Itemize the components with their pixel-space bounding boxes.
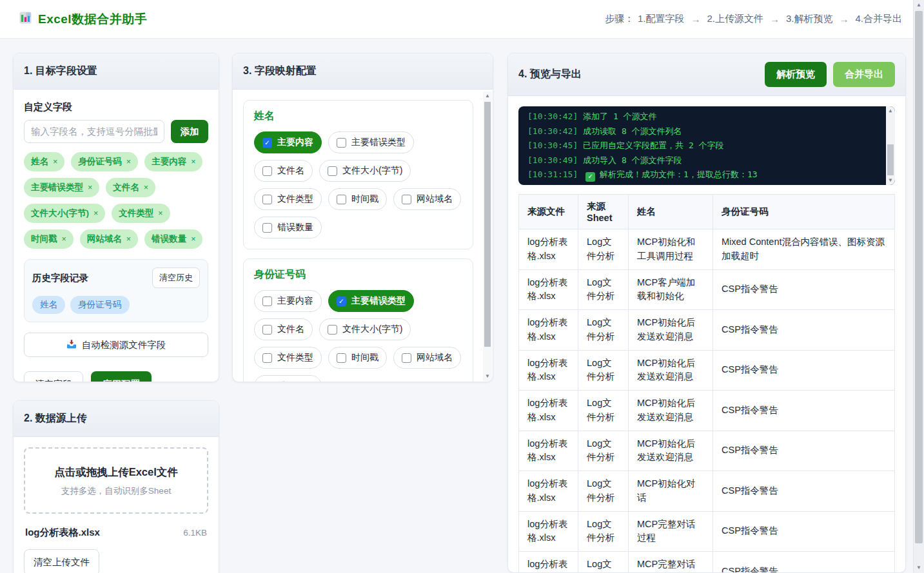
option-label: 主要内容 (277, 295, 313, 307)
field-name-input[interactable] (24, 120, 164, 143)
field-tag[interactable]: 时间戳× (24, 229, 74, 249)
scrollbar-thumb[interactable] (915, 11, 923, 543)
option-label: 文件类型 (277, 193, 313, 205)
checkbox-unchecked-icon[interactable] (337, 195, 346, 204)
remove-tag-icon[interactable]: × (191, 157, 195, 166)
table-cell: log分析表格.xlsx (519, 269, 578, 310)
source-field-option[interactable]: 文件类型 (254, 188, 322, 210)
source-field-option[interactable]: ✓主要错误类型 (328, 290, 414, 312)
table-header-cell: 来源文件 (519, 195, 578, 229)
field-tag[interactable]: 主要错误类型× (24, 178, 99, 197)
checkbox-unchecked-icon[interactable] (328, 166, 337, 176)
apply-config-button[interactable]: 应用配置 (91, 371, 152, 382)
field-tag-label: 主要内容 (152, 156, 186, 168)
upload-dropzone[interactable]: 点击或拖拽上传Excel文件 支持多选，自动识别多Sheet (24, 447, 208, 514)
mapping-scrollbar[interactable]: ▲ ▼ (483, 92, 492, 381)
history-tag[interactable]: 姓名 (32, 296, 65, 314)
source-field-option[interactable]: 主要错误类型 (328, 131, 414, 153)
checkbox-unchecked-icon[interactable] (262, 382, 272, 383)
field-tag[interactable]: 错误数量× (144, 229, 202, 249)
checkbox-checked-icon[interactable]: ✓ (337, 296, 346, 306)
checkbox-unchecked-icon[interactable] (337, 353, 346, 363)
remove-tag-icon[interactable]: × (191, 235, 195, 244)
remove-tag-icon[interactable]: × (53, 157, 57, 166)
field-tag[interactable]: 文件名× (106, 178, 155, 197)
scroll-down-icon[interactable]: ▼ (914, 563, 924, 573)
merge-export-button[interactable]: 合并导出 (833, 62, 895, 87)
option-label: 时间戳 (351, 193, 378, 205)
checkbox-unchecked-icon[interactable] (402, 195, 411, 204)
remove-tag-icon[interactable]: × (126, 235, 131, 244)
mapping-card: 身份证号码主要内容✓主要错误类型文件名文件大小(字节)文件类型时间戳网站域名错误… (243, 258, 473, 382)
remove-tag-icon[interactable]: × (62, 235, 66, 244)
checkbox-unchecked-icon[interactable] (262, 166, 272, 176)
parse-preview-button[interactable]: 解析预览 (765, 62, 827, 87)
clear-upload-button[interactable]: 清空上传文件 (24, 549, 99, 573)
add-field-button[interactable]: 添加 (171, 120, 208, 143)
checkbox-checked-icon[interactable]: ✓ (262, 138, 272, 148)
checkbox-unchecked-icon[interactable] (262, 353, 272, 363)
clear-fields-button[interactable]: 清空字段 (24, 371, 83, 382)
field-tag[interactable]: 身份证号码× (71, 152, 138, 171)
bar-chart-icon (19, 12, 32, 26)
history-tag[interactable]: 身份证号码 (70, 296, 130, 314)
source-field-option[interactable]: 时间戳 (328, 188, 387, 210)
checkbox-unchecked-icon[interactable] (402, 353, 411, 363)
scrollbar-thumb[interactable] (887, 144, 894, 176)
remove-tag-icon[interactable]: × (144, 183, 148, 192)
source-field-option[interactable]: 网站域名 (393, 188, 461, 210)
source-field-option[interactable]: 文件名 (254, 318, 313, 340)
source-field-option[interactable]: 文件类型 (254, 347, 322, 369)
clear-history-button[interactable]: 清空历史 (152, 267, 200, 288)
checkbox-unchecked-icon[interactable] (328, 325, 337, 335)
source-field-option[interactable]: 错误数量 (254, 217, 322, 238)
page-scrollbar[interactable]: ▲ ▼ (913, 0, 924, 573)
scroll-up-icon[interactable]: ▲ (914, 0, 924, 10)
remove-tag-icon[interactable]: × (126, 157, 131, 166)
option-label: 主要内容 (277, 137, 313, 148)
table-cell: MCP初始化后发送欢迎消息 (629, 350, 713, 391)
source-field-option[interactable]: 错误数量 (254, 375, 322, 382)
remove-tag-icon[interactable]: × (158, 209, 162, 218)
source-field-option[interactable]: 文件大小(字节) (319, 160, 411, 182)
scrollbar-thumb[interactable] (484, 102, 491, 347)
table-row: log分析表格.xlsxLog文件分析MCP客户端加载和初始化CSP指令警告 (519, 269, 895, 310)
source-field-option[interactable]: 时间戳 (328, 347, 387, 369)
mapping-title: 3. 字段映射配置 (233, 53, 493, 90)
auto-detect-button[interactable]: 自动检测源文件字段 (24, 333, 208, 357)
table-cell: MCP初始化对话 (629, 471, 713, 512)
table-cell: Log文件分析 (578, 511, 629, 552)
checkbox-unchecked-icon[interactable] (262, 195, 272, 204)
scroll-down-icon[interactable]: ▼ (886, 176, 895, 185)
option-label: 主要错误类型 (351, 295, 406, 307)
source-field-option[interactable]: 文件名 (254, 160, 313, 182)
upload-panel: 2. 数据源上传 点击或拖拽上传Excel文件 支持多选，自动识别多Sheet … (13, 400, 219, 573)
source-field-option[interactable]: 网站域名 (393, 347, 461, 369)
field-tag[interactable]: 网站域名× (80, 229, 138, 249)
file-name: log分析表格.xlsx (25, 527, 100, 539)
field-tag-label: 文件大小(字节) (31, 208, 89, 219)
remove-tag-icon[interactable]: × (93, 209, 98, 218)
step-3: 3.解析预览 (786, 13, 833, 25)
source-field-option[interactable]: 主要内容 (254, 290, 322, 312)
option-label: 网站域名 (417, 193, 453, 205)
remove-tag-icon[interactable]: × (88, 183, 92, 192)
checkbox-unchecked-icon[interactable] (337, 138, 346, 148)
scroll-up-icon[interactable]: ▲ (886, 106, 895, 115)
source-field-option[interactable]: 文件大小(字节) (319, 318, 411, 340)
source-field-option[interactable]: ✓主要内容 (254, 131, 322, 153)
field-tag[interactable]: 主要内容× (144, 152, 202, 171)
dropzone-title: 点击或拖拽上传Excel文件 (33, 465, 199, 480)
step-arrow-icon: → (767, 14, 782, 24)
field-tag[interactable]: 文件大小(字节)× (24, 204, 105, 223)
scroll-down-icon[interactable]: ▼ (483, 372, 492, 381)
field-tag[interactable]: 姓名× (24, 152, 64, 171)
console-scrollbar[interactable]: ▲ ▼ (886, 106, 895, 185)
table-cell: MCP完整对话过程 (629, 511, 713, 552)
checkbox-unchecked-icon[interactable] (262, 296, 272, 306)
scroll-up-icon[interactable]: ▲ (483, 92, 492, 101)
checkbox-unchecked-icon[interactable] (262, 325, 272, 335)
console-log-line: [10:30:42] 添加了 1 个源文件 (527, 110, 878, 124)
checkbox-unchecked-icon[interactable] (262, 223, 272, 233)
field-tag[interactable]: 文件类型× (112, 204, 170, 223)
